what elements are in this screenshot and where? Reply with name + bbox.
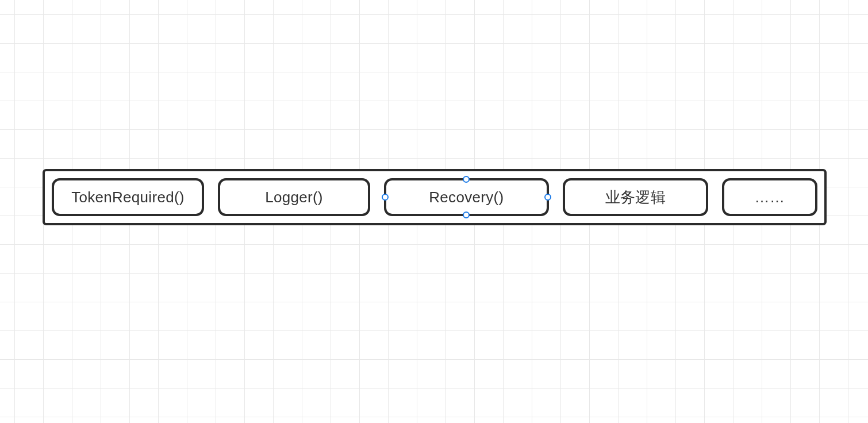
selection-handle-bottom[interactable]: [463, 212, 470, 218]
box-label: ……: [755, 189, 785, 206]
selection-handle-top[interactable]: [463, 176, 470, 183]
selection-handle-left[interactable]: [382, 194, 389, 201]
box-label: TokenRequired(): [71, 189, 185, 206]
middleware-box-logger[interactable]: Logger(): [218, 178, 370, 216]
diagram-container[interactable]: TokenRequired() Logger() Recovery() 业务逻辑…: [43, 169, 827, 225]
middleware-box-business-logic[interactable]: 业务逻辑: [563, 178, 708, 216]
box-label: Recovery(): [429, 189, 504, 206]
selection-handle-right[interactable]: [544, 194, 551, 201]
middleware-box-ellipsis[interactable]: ……: [722, 178, 817, 216]
box-label: 业务逻辑: [605, 187, 666, 207]
middleware-box-recovery[interactable]: Recovery(): [384, 178, 549, 216]
box-label: Logger(): [265, 189, 323, 206]
middleware-box-token-required[interactable]: TokenRequired(): [52, 178, 204, 216]
